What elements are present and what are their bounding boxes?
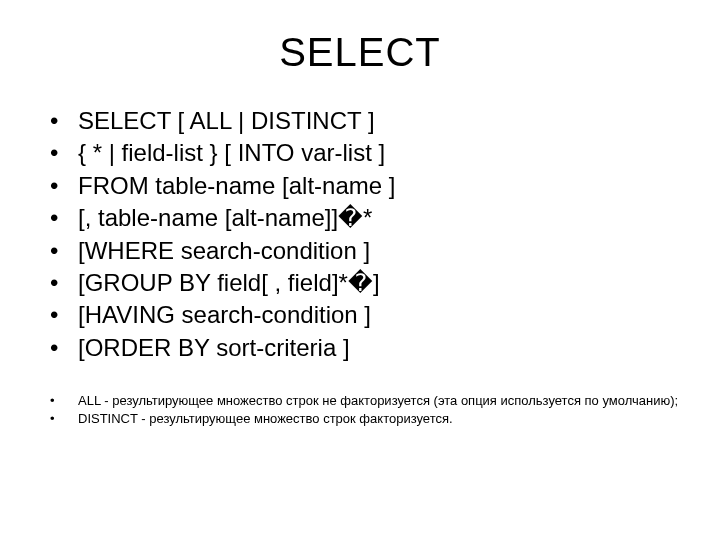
slide-title: SELECT (40, 30, 680, 75)
list-item: ALL - результирующее множество строк не … (50, 392, 680, 410)
list-item: { * | field-list } [ INTO var-list ] (50, 137, 680, 169)
list-item: [WHERE search-condition ] (50, 235, 680, 267)
slide: SELECT SELECT [ ALL | DISTINCT ] { * | f… (0, 0, 720, 540)
list-item: [ORDER BY sort-criteria ] (50, 332, 680, 364)
syntax-list: SELECT [ ALL | DISTINCT ] { * | field-li… (40, 105, 680, 364)
notes-list: ALL - результирующее множество строк не … (40, 392, 680, 427)
list-item: FROM table-name [alt-name ] (50, 170, 680, 202)
list-item: [HAVING search-condition ] (50, 299, 680, 331)
list-item: [, table-name [alt-name]]�* (50, 202, 680, 234)
list-item: SELECT [ ALL | DISTINCT ] (50, 105, 680, 137)
list-item: DISTINCT - результирующее множество стро… (50, 410, 680, 428)
list-item: [GROUP BY field[ , field]*�] (50, 267, 680, 299)
